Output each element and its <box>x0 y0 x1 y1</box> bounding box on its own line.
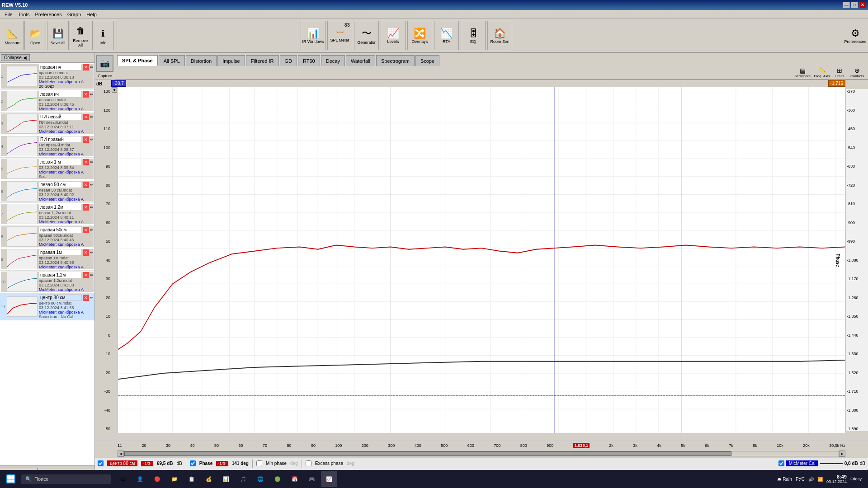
phase-checkbox[interactable] <box>190 460 196 466</box>
meas-cal: MicMeter: калибровка А <box>39 170 94 174</box>
tab-spl-phase[interactable]: SPL & Phase <box>117 55 158 66</box>
meas-delete-button[interactable]: ✕ <box>83 249 89 256</box>
taskbar-app-explorer[interactable]: 🗂 <box>115 471 131 487</box>
meas-edit-icon[interactable]: ✏ <box>90 228 94 232</box>
taskbar-app-mail[interactable]: 👤 <box>132 471 148 487</box>
excess-phase-checkbox[interactable] <box>306 460 311 466</box>
tab-gd[interactable]: GD <box>280 55 297 66</box>
scrollbars-button[interactable]: ▤ Scrollbars <box>794 67 811 78</box>
meas-name-input[interactable] <box>39 136 82 143</box>
meas-name-input[interactable] <box>39 113 82 120</box>
taskbar-search[interactable]: 🔍 Поиск <box>21 474 111 484</box>
tab-waterfall[interactable]: Waterfall <box>346 55 375 66</box>
levels-button[interactable]: 📈 Levels <box>381 21 406 50</box>
controls-button[interactable]: ⊕ Controls <box>848 67 866 78</box>
meas-delete-button[interactable]: ✕ <box>83 91 89 98</box>
meas-edit-icon[interactable]: ✏ <box>90 205 94 210</box>
meas-name-input[interactable] <box>39 294 82 301</box>
taskbar-app-3[interactable]: 🔴 <box>149 471 165 487</box>
preferences-button[interactable]: ⚙ Preferences <box>844 28 866 44</box>
remove-all-button[interactable]: 🗑 Remove All <box>70 21 91 50</box>
menu-preferences[interactable]: Preferences <box>32 11 64 18</box>
meas-delete-button[interactable]: ✕ <box>83 204 89 211</box>
spl-meter-button[interactable]: 〰 83 SPL Meter <box>327 21 352 50</box>
eq-button[interactable]: 🎛 EQ <box>461 21 486 50</box>
meas-edit-icon[interactable]: ✏ <box>90 65 94 70</box>
capture-button[interactable]: 📷 <box>96 55 113 72</box>
open-button[interactable]: 📂 Open <box>24 21 46 50</box>
meas-delete-button[interactable]: ✕ <box>83 159 89 165</box>
meas-name-input[interactable] <box>39 159 82 165</box>
minimize-button[interactable]: — <box>843 2 850 8</box>
tab-scope[interactable]: Scope <box>415 55 439 66</box>
taskbar-app-9[interactable]: 🌐 <box>252 471 269 487</box>
meas-delete-button[interactable]: ✕ <box>83 272 89 278</box>
meas-delete-button[interactable]: ✕ <box>83 114 89 120</box>
taskbar-app-11[interactable]: 📅 <box>287 471 303 487</box>
meas-name-input[interactable] <box>39 249 82 256</box>
meas-name-input[interactable] <box>39 226 82 233</box>
meas-edit-icon[interactable]: ✏ <box>90 137 94 142</box>
meas-delete-button[interactable]: ✕ <box>83 182 89 188</box>
ir-windows-button[interactable]: 📊 IR Windows <box>301 21 326 50</box>
info-button[interactable]: ℹ Info <box>92 21 114 50</box>
tab-decay[interactable]: Decay <box>321 55 345 66</box>
taskbar-app-8[interactable]: 🎵 <box>235 471 251 487</box>
meas-name-input[interactable] <box>39 204 82 211</box>
scroll-left-button[interactable]: ◄ <box>118 450 124 457</box>
meas-name-input[interactable] <box>39 64 82 70</box>
meas-edit-icon[interactable]: ✏ <box>90 183 94 187</box>
freq-scroll-track[interactable] <box>124 451 839 456</box>
meas-delete-button[interactable]: ✕ <box>83 295 89 301</box>
taskbar-app-12[interactable]: 🎮 <box>304 471 320 487</box>
save-all-button[interactable]: 💾 Save All <box>47 21 69 50</box>
chart-svg-container[interactable] <box>118 87 845 433</box>
meas-name-input[interactable] <box>39 272 82 278</box>
freq-axis-button[interactable]: 📏 Freq. Axis <box>813 67 831 78</box>
taskbar-app-5[interactable]: 📋 <box>184 471 200 487</box>
generator-button[interactable]: 〜 Generator <box>354 21 379 50</box>
room-sim-button[interactable]: 🏠 Room Sim <box>487 21 512 50</box>
tab-impulse[interactable]: Impulse <box>217 55 245 66</box>
limits-button[interactable]: ⊞ Limits <box>833 67 846 78</box>
taskbar-app-4[interactable]: 📁 <box>166 471 183 487</box>
meas-delete-button[interactable]: ✕ <box>83 227 89 233</box>
meas-name-input[interactable] <box>39 91 82 98</box>
meas-delete-button[interactable]: ✕ <box>83 136 89 143</box>
meas-name-input[interactable] <box>39 181 82 188</box>
mic-cal-checkbox[interactable] <box>778 460 784 466</box>
tab-all-spl[interactable]: All SPL <box>159 55 185 66</box>
start-button[interactable] <box>3 471 19 487</box>
meas-edit-icon[interactable]: ✏ <box>90 115 94 119</box>
maximize-button[interactable]: □ <box>851 2 858 8</box>
taskbar-app-10[interactable]: 🟢 <box>269 471 286 487</box>
meas-edit-icon[interactable]: ✏ <box>90 92 94 97</box>
meas-date: 03.12.2024 8:40:46 <box>39 238 94 242</box>
meas-edit-icon[interactable]: ✏ <box>90 296 94 300</box>
close-button[interactable]: ✕ <box>859 2 866 8</box>
taskbar-app-rew[interactable]: 📈 <box>321 471 337 487</box>
tab-spectrogram[interactable]: Spectrogram <box>376 55 415 66</box>
channel-checkbox[interactable] <box>98 460 104 466</box>
menu-file[interactable]: File <box>2 11 15 18</box>
overlays-button[interactable]: 🔀 Overlays <box>407 21 432 50</box>
tab-rt60[interactable]: RT60 <box>298 55 320 66</box>
tab-filtered-ir[interactable]: Filtered IR <box>246 55 279 66</box>
scroll-right-button[interactable]: ► <box>839 450 845 457</box>
menu-tools[interactable]: Tools <box>15 11 33 18</box>
freq-scroll-thumb[interactable] <box>124 451 731 456</box>
meas-delete-button[interactable]: ✕ <box>83 64 89 70</box>
measure-button[interactable]: 📐 Measure <box>2 21 24 50</box>
rta-button[interactable]: 📉 RTA <box>434 21 459 50</box>
min-phase-checkbox[interactable] <box>256 460 262 466</box>
menu-help[interactable]: Help <box>84 11 99 18</box>
meas-edit-icon[interactable]: ✏ <box>90 273 94 277</box>
taskbar-app-6[interactable]: 💰 <box>201 471 217 487</box>
meas-edit-icon[interactable]: ✏ <box>90 250 94 255</box>
taskbar-app-7[interactable]: 📊 <box>218 471 234 487</box>
menu-graph[interactable]: Graph <box>65 11 84 18</box>
meas-edit-icon[interactable]: ✏ <box>90 160 94 164</box>
tab-distortion[interactable]: Distortion <box>186 55 217 66</box>
y-scroll-down[interactable]: ▼ <box>112 87 117 93</box>
collapse-button[interactable]: Collapse ◀ <box>1 54 30 61</box>
